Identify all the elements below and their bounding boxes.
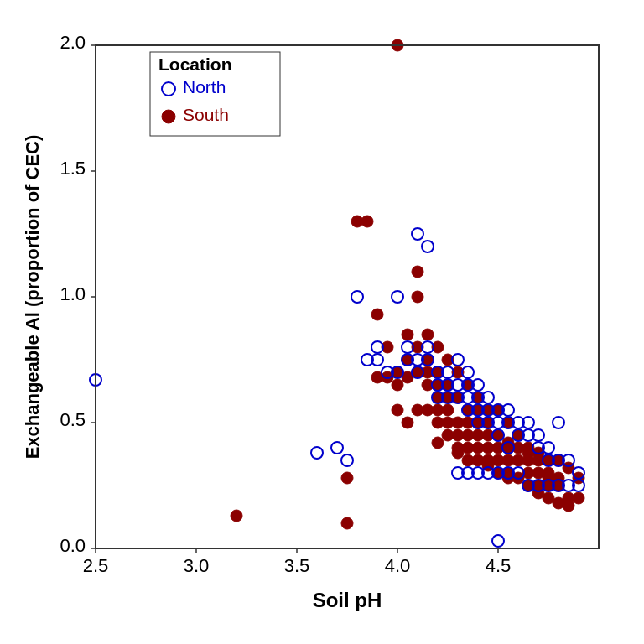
x-tick-25: 2.5 xyxy=(83,555,109,576)
svg-point-24 xyxy=(392,404,403,416)
y-tick-20: 2.0 xyxy=(60,32,86,53)
svg-point-12 xyxy=(231,510,242,522)
y-axis-label: Exchangeable Al (proportion of CEC) xyxy=(22,135,43,460)
svg-point-23 xyxy=(392,379,403,391)
svg-point-33 xyxy=(412,266,423,278)
svg-point-29 xyxy=(412,291,423,303)
chart-container: 0.0 0.5 1.0 1.5 2.0 2.5 3.0 3.5 4.0 4.5 xyxy=(20,20,624,624)
y-tick-15: 1.5 xyxy=(60,158,86,179)
y-tick-10: 1.0 xyxy=(60,283,86,304)
legend-title: Location xyxy=(158,55,232,74)
svg-point-13 xyxy=(341,517,353,529)
svg-point-43 xyxy=(432,437,444,449)
y-tick-05: 0.5 xyxy=(60,409,86,430)
x-tick-35: 3.5 xyxy=(284,555,310,576)
svg-point-34 xyxy=(422,329,434,340)
legend-south-icon xyxy=(162,110,175,123)
svg-point-112 xyxy=(563,500,574,512)
legend-north-label: North xyxy=(183,77,226,96)
x-tick-30: 3.0 xyxy=(184,555,210,576)
svg-point-28 xyxy=(402,417,413,428)
x-tick-40: 4.0 xyxy=(385,555,411,576)
legend-south-label: South xyxy=(183,105,229,124)
svg-point-16 xyxy=(361,216,373,227)
x-tick-45: 4.5 xyxy=(486,555,512,576)
x-axis-label: Soil pH xyxy=(313,589,382,611)
svg-point-27 xyxy=(402,329,413,340)
y-tick-0: 0.0 xyxy=(60,535,86,556)
svg-point-17 xyxy=(371,309,383,320)
svg-point-14 xyxy=(341,472,353,484)
svg-point-113 xyxy=(573,492,584,504)
svg-point-48 xyxy=(442,404,454,416)
